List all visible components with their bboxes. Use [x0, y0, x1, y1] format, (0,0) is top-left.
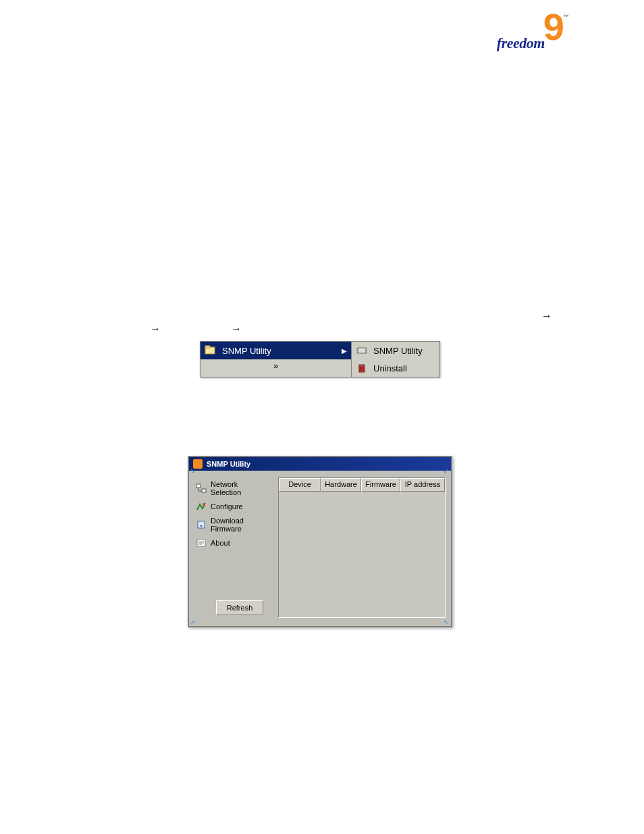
window-title: SNMP Utility: [207, 460, 250, 468]
svg-point-18: [203, 503, 205, 506]
resize-handle-icon[interactable]: ↖: [444, 619, 450, 625]
sidebar-item-configure[interactable]: Configure: [194, 499, 271, 514]
column-header-hardware[interactable]: Hardware: [321, 478, 361, 492]
start-menu-parent-column: SNMP Utility ▶ »: [200, 342, 352, 377]
program-group-icon: [205, 344, 217, 357]
svg-rect-2: [358, 348, 366, 353]
resize-handle-icon[interactable]: ↘: [190, 467, 196, 473]
column-header-ip-address[interactable]: IP address: [400, 478, 445, 492]
menu-item-snmp-utility[interactable]: SNMP Utility: [352, 342, 439, 359]
window-sidebar: Network Selection Configure Download Fir…: [194, 477, 271, 618]
svg-rect-1: [205, 346, 210, 348]
column-header-firmware[interactable]: Firmware: [361, 478, 400, 492]
brand-logo: freedom 9 ™: [497, 26, 570, 52]
menu-item-label: SNMP Utility: [222, 346, 336, 356]
sidebar-item-label: Download Firmware: [211, 517, 270, 533]
start-menu-flyout: SNMP Utility ▶ » SNMP Utility Uninstall: [200, 341, 440, 377]
arrow-icon: →: [231, 323, 242, 335]
window-body: Network Selection Configure Download Fir…: [189, 471, 451, 626]
trademark-symbol: ™: [563, 14, 568, 20]
sidebar-item-label: Network Selection: [211, 480, 270, 496]
start-menu-submenu-column: SNMP Utility Uninstall: [352, 342, 439, 377]
snmp-utility-window: SNMP Utility ↘ ↙ ↗ ↖ Network Selection C…: [188, 456, 452, 627]
sidebar-item-download-firmware[interactable]: Download Firmware: [194, 514, 271, 536]
network-icon: [196, 484, 207, 493]
menu-item-uninstall[interactable]: Uninstall: [352, 359, 439, 377]
svg-rect-14: [196, 484, 200, 488]
menu-item-snmp-utility-parent[interactable]: SNMP Utility ▶: [200, 342, 351, 359]
sidebar-item-label: About: [211, 539, 230, 547]
column-header-device[interactable]: Device: [279, 478, 321, 492]
brand-text: freedom: [497, 34, 545, 52]
refresh-button[interactable]: Refresh: [216, 600, 263, 615]
device-list[interactable]: Device Hardware Firmware IP address: [278, 477, 446, 618]
chip-icon: [356, 344, 368, 357]
resize-handle-icon[interactable]: ↙: [444, 467, 450, 473]
submenu-arrow-icon: ▶: [342, 347, 347, 355]
menu-item-label: Uninstall: [373, 363, 435, 373]
about-icon: [196, 538, 207, 548]
trash-icon: [356, 362, 368, 374]
brand-accent: 9: [543, 14, 564, 40]
menu-item-label: SNMP Utility: [373, 346, 435, 356]
window-title-bar[interactable]: SNMP Utility: [189, 457, 451, 471]
sidebar-item-network-selection[interactable]: Network Selection: [194, 477, 271, 499]
svg-rect-10: [358, 364, 365, 365]
sidebar-item-label: Configure: [211, 502, 243, 511]
arrow-icon: →: [541, 310, 552, 322]
chevron-down-icon: »: [273, 361, 278, 371]
arrow-icon: →: [150, 323, 161, 335]
menu-expand-chevrons[interactable]: »: [200, 359, 351, 371]
column-header-row: Device Hardware Firmware IP address: [279, 478, 445, 492]
sidebar-item-about[interactable]: About: [194, 536, 271, 550]
download-icon: [196, 520, 207, 529]
configure-icon: [196, 502, 207, 511]
resize-handle-icon[interactable]: ↗: [190, 619, 196, 625]
svg-rect-15: [202, 489, 206, 492]
